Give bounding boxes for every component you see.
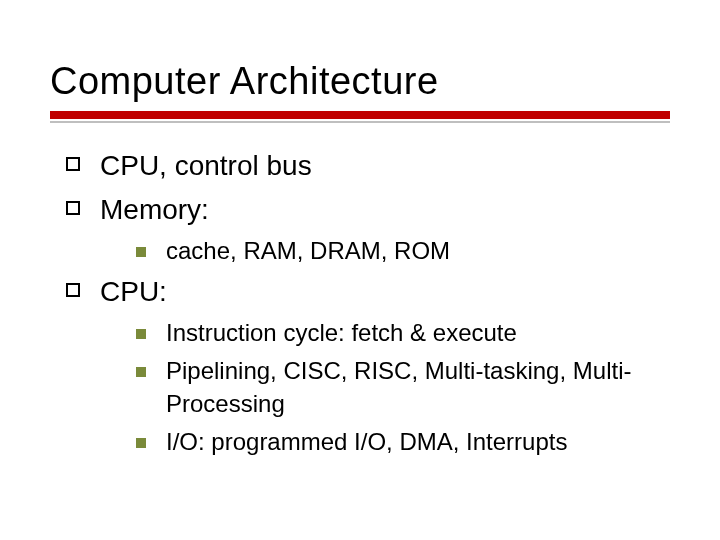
rule-red: [50, 111, 670, 119]
sub-bullet-list: cache, RAM, DRAM, ROM: [100, 235, 670, 267]
bullet-text: Instruction cycle: fetch & execute: [166, 319, 517, 346]
list-item: Instruction cycle: fetch & execute: [130, 317, 670, 349]
sub-bullet-list: Instruction cycle: fetch & execute Pipel…: [100, 317, 670, 459]
list-item: CPU, control bus: [60, 147, 670, 185]
bullet-text: cache, RAM, DRAM, ROM: [166, 237, 450, 264]
title-rule: [50, 111, 670, 123]
slide: Computer Architecture CPU, control bus M…: [0, 0, 720, 540]
slide-title: Computer Architecture: [50, 60, 670, 103]
list-item: Pipelining, CISC, RISC, Multi-tasking, M…: [130, 355, 670, 420]
bullet-text: CPU, control bus: [100, 150, 312, 181]
list-item: Memory: cache, RAM, DRAM, ROM: [60, 191, 670, 267]
bullet-text: I/O: programmed I/O, DMA, Interrupts: [166, 428, 567, 455]
list-item: cache, RAM, DRAM, ROM: [130, 235, 670, 267]
bullet-list: CPU, control bus Memory: cache, RAM, DRA…: [50, 147, 670, 458]
list-item: CPU: Instruction cycle: fetch & execute …: [60, 273, 670, 458]
bullet-text: Memory:: [100, 194, 209, 225]
bullet-text: Pipelining, CISC, RISC, Multi-tasking, M…: [166, 357, 631, 416]
rule-gray: [50, 121, 670, 123]
list-item: I/O: programmed I/O, DMA, Interrupts: [130, 426, 670, 458]
bullet-text: CPU:: [100, 276, 167, 307]
